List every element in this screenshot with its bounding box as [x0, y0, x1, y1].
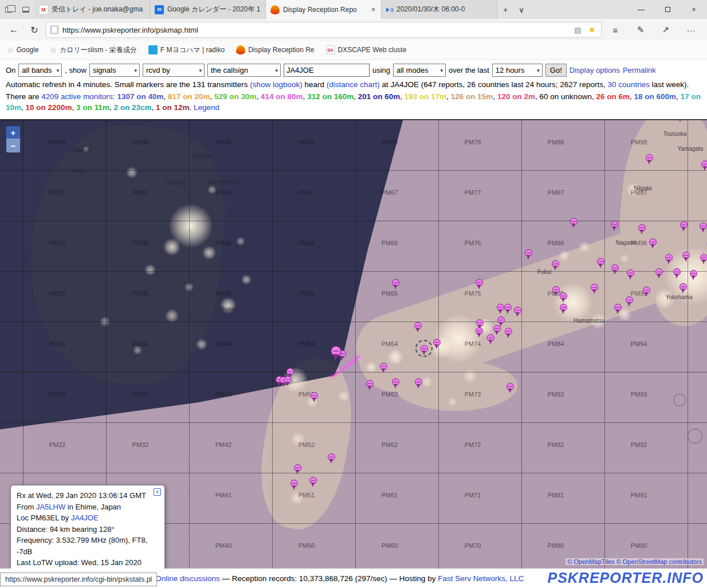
reception-marker[interactable] [392, 378, 399, 386]
reception-marker[interactable] [487, 334, 494, 342]
reception-marker[interactable] [414, 322, 422, 330]
reception-marker[interactable] [591, 284, 598, 291]
favorite-dxscape[interactable]: DX DXSCAPE Web cluste [326, 45, 407, 54]
reception-marker[interactable] [290, 480, 298, 487]
reception-marker[interactable] [673, 268, 681, 276]
reception-marker[interactable] [309, 477, 317, 484]
reception-marker[interactable] [421, 345, 428, 352]
close-button[interactable]: × [681, 0, 707, 19]
reception-marker[interactable] [514, 307, 521, 314]
reception-marker[interactable] [284, 376, 292, 383]
callsign-input[interactable] [284, 64, 370, 77]
back-icon[interactable]: ← [5, 25, 23, 35]
period-select[interactable]: 12 hours▾ [492, 64, 543, 77]
reception-marker[interactable] [655, 268, 663, 276]
match-select[interactable]: the callsign▾ [207, 64, 281, 77]
go-button[interactable]: Go! [545, 64, 567, 77]
reception-marker[interactable] [476, 327, 483, 335]
link[interactable]: 30 countries [608, 80, 650, 89]
link[interactable]: Fast Serv Networks, LLC [438, 574, 524, 583]
permalink-link[interactable]: Permalink [623, 66, 656, 75]
favorite-google[interactable]: ☆ Google [7, 46, 38, 54]
reception-marker[interactable] [504, 304, 512, 311]
popup-close-icon[interactable]: × [154, 488, 161, 496]
link[interactable]: Online discussions [155, 574, 220, 583]
reception-marker[interactable] [611, 264, 619, 272]
display-options-link[interactable]: Display options [569, 66, 620, 75]
tab-preview-icon[interactable] [0, 0, 17, 19]
reception-marker[interactable] [560, 292, 567, 300]
reception-marker[interactable] [525, 249, 532, 257]
url-bar[interactable]: https://www.pskreporter.info/pskmap.html… [46, 22, 602, 38]
favorite-slism[interactable]: ☆ カロリーslism - 栄養成分 [50, 45, 137, 55]
reception-marker[interactable] [552, 260, 559, 268]
link[interactable]: © OpenMapTiles [567, 558, 614, 565]
reception-marker[interactable] [328, 453, 335, 461]
reception-marker[interactable] [700, 254, 707, 261]
reception-marker[interactable] [614, 304, 622, 311]
band-select[interactable]: all bands▾ [18, 64, 62, 77]
url-text[interactable]: https://www.pskreporter.info/pskmap.html [62, 26, 569, 34]
link[interactable]: © OpenStreetMap contributors [616, 558, 702, 565]
new-tab-button[interactable]: + [497, 0, 513, 19]
reception-marker[interactable] [505, 328, 512, 335]
reception-marker[interactable] [611, 221, 618, 228]
link[interactable]: 4209 active monitors [41, 92, 113, 101]
reception-marker[interactable] [700, 222, 707, 230]
reception-marker[interactable] [392, 279, 399, 287]
reception-marker[interactable] [476, 319, 484, 327]
reception-marker[interactable] [680, 221, 688, 229]
minimize-button[interactable]: — [628, 0, 654, 19]
site-identity-icon[interactable] [50, 25, 59, 34]
reception-marker[interactable] [560, 304, 567, 311]
reception-marker[interactable] [570, 218, 578, 225]
reception-marker[interactable] [506, 383, 514, 390]
reception-map[interactable]: PM28PM27PM26PM25PM24PM23PM22PM21PM20PM38… [0, 119, 707, 569]
link[interactable]: JA4JOE [71, 513, 99, 522]
tab-gmail[interactable]: M 受信トレイ - joe.onaka@gma [34, 0, 150, 19]
reception-marker[interactable] [497, 316, 505, 324]
reception-marker[interactable] [286, 368, 294, 375]
link[interactable]: (show logbook) [250, 80, 303, 89]
hub-icon[interactable]: ≡ [604, 25, 627, 35]
reception-marker[interactable] [380, 363, 387, 370]
reception-marker[interactable] [690, 270, 697, 277]
link[interactable]: Legend [194, 103, 219, 112]
reception-marker[interactable] [646, 154, 653, 162]
tab-pskreporter[interactable]: Display Reception Repo × [266, 0, 382, 19]
share-icon[interactable]: ↗ [654, 25, 677, 35]
rcvd-by-select[interactable]: rcvd by▾ [143, 64, 205, 77]
refresh-icon[interactable]: ↻ [25, 25, 44, 36]
reception-marker[interactable] [493, 325, 501, 332]
reception-marker[interactable] [552, 286, 560, 293]
reception-marker[interactable] [679, 283, 687, 291]
reception-marker[interactable] [476, 279, 483, 287]
reception-marker[interactable] [665, 254, 673, 261]
reception-marker[interactable] [311, 392, 318, 399]
tab-list-chevron-icon[interactable]: ∨ [513, 0, 529, 19]
reception-marker[interactable] [643, 287, 650, 294]
favorite-radiko[interactable]: F Mヨコハマ | radiko [148, 45, 225, 55]
zoom-out-button[interactable]: − [6, 139, 20, 152]
link[interactable]: JA5LHW [36, 503, 65, 511]
reception-marker[interactable] [682, 252, 690, 259]
reception-marker[interactable] [331, 346, 341, 356]
tab-close-icon[interactable]: × [370, 6, 376, 14]
tab-calendar[interactable]: 30 Google カレンダー - 2020年 1 [150, 0, 266, 19]
reception-marker[interactable] [627, 269, 634, 277]
reception-marker[interactable] [366, 380, 374, 387]
reading-list-icon[interactable] [17, 0, 34, 19]
zoom-in-button[interactable]: + [6, 126, 20, 139]
more-options-icon[interactable]: ··· [679, 25, 702, 35]
reception-marker[interactable] [701, 160, 707, 168]
reception-marker[interactable] [597, 258, 604, 265]
pskreporter-watermark[interactable]: PSKREPORTER.INFO [547, 570, 704, 586]
signals-select[interactable]: signals▾ [89, 64, 140, 77]
reception-marker[interactable] [649, 238, 657, 246]
reception-marker[interactable] [433, 339, 441, 346]
favorite-star-icon[interactable]: ★ [587, 25, 598, 35]
maximize-button[interactable] [654, 0, 681, 19]
web-note-icon[interactable]: ✎ [629, 25, 652, 35]
reception-marker[interactable] [294, 464, 301, 472]
reception-marker[interactable] [626, 296, 633, 304]
